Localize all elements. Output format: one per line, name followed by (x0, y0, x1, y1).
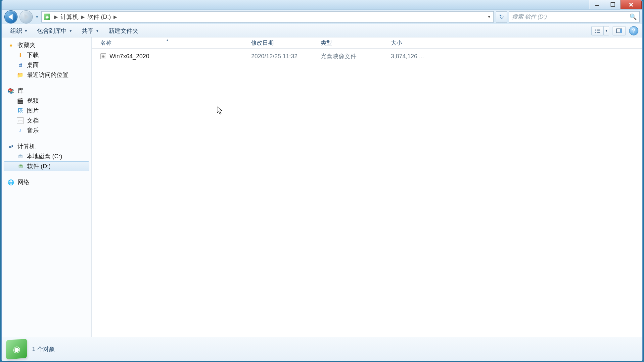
file-rows: ◉ Win7x64_2020 2020/12/25 11:32 光盘映像文件 3… (92, 49, 642, 337)
file-date: 2020/12/25 11:32 (248, 53, 317, 60)
sidebar-downloads[interactable]: ⬇ 下载 (2, 50, 91, 60)
iso-file-icon: ◉ (100, 53, 106, 59)
help-icon: ? (632, 27, 635, 34)
status-bar: ◉ 1 个对象 (2, 337, 642, 361)
music-icon: ♪ (17, 127, 23, 134)
sidebar-recent[interactable]: 📁 最近访问的位置 (2, 70, 91, 80)
chevron-down-icon: ▼ (69, 29, 72, 33)
address-dropdown-button[interactable]: ▾ (485, 12, 493, 22)
computer-icon: 🖳 (8, 143, 14, 150)
column-date[interactable]: 修改日期 (248, 39, 317, 47)
share-label: 共享 (82, 27, 94, 35)
sidebar-drive-c-label: 本地磁盘 (C:) (27, 152, 62, 160)
sidebar-drive-d[interactable]: ⛃ 软件 (D:) (4, 161, 89, 171)
include-label: 包含到库中 (37, 27, 67, 35)
document-icon: ▭ (17, 117, 23, 124)
download-icon: ⬇ (17, 52, 23, 58)
drive-large-icon: ◉ (6, 338, 27, 359)
breadcrumb-separator-icon: ▶ (81, 14, 85, 20)
back-arrow-icon (8, 14, 13, 20)
svg-rect-1 (611, 3, 615, 6)
sidebar-documents-label: 文档 (27, 117, 39, 125)
minimize-button[interactable] (589, 0, 605, 9)
refresh-icon: ↻ (499, 13, 504, 21)
file-size: 3,874,126 ... (388, 53, 434, 60)
chevron-down-icon: ▼ (24, 29, 28, 33)
search-box[interactable]: 🔍 (509, 11, 640, 23)
star-icon: ★ (8, 42, 14, 48)
sidebar-computer-label: 计算机 (18, 142, 35, 150)
organize-label: 组织 (10, 27, 22, 35)
sidebar-videos[interactable]: 🎬 视频 (2, 96, 91, 106)
sidebar-desktop-label: 桌面 (27, 61, 39, 69)
new-folder-button[interactable]: 新建文件夹 (104, 26, 143, 36)
view-mode-dropdown[interactable]: ▾ (603, 26, 609, 35)
recent-icon: 📁 (17, 72, 23, 78)
nav-history-dropdown[interactable]: ▼ (35, 10, 39, 24)
minimize-icon (595, 2, 600, 7)
sidebar-drive-d-label: 软件 (D:) (27, 162, 51, 170)
title-bar (2, 0, 642, 10)
sidebar-network[interactable]: 🌐 网络 (2, 177, 91, 187)
sidebar-pictures[interactable]: 🖼 图片 (2, 106, 91, 116)
address-bar: ▼ ◉ ▶ 计算机 ▶ 软件 (D:) ▶ ▾ ↻ 🔍 (2, 10, 642, 24)
breadcrumb-drive-d[interactable]: 软件 (D:) (87, 13, 111, 21)
include-in-library-menu[interactable]: 包含到库中 ▼ (32, 26, 77, 36)
breadcrumb-computer[interactable]: 计算机 (61, 13, 78, 21)
sidebar-drive-c[interactable]: ⛃ 本地磁盘 (C:) (2, 151, 91, 161)
sidebar-music[interactable]: ♪ 音乐 (2, 126, 91, 135)
column-type[interactable]: 类型 (317, 39, 388, 47)
drive-icon: ⛃ (17, 153, 23, 160)
column-name[interactable]: 名称 ▴ (97, 39, 248, 47)
close-icon (629, 2, 633, 7)
new-folder-label: 新建文件夹 (109, 27, 138, 35)
close-button[interactable] (621, 0, 642, 9)
breadcrumb-separator-icon: ▶ (54, 14, 58, 20)
sidebar-pictures-label: 图片 (27, 107, 39, 115)
back-button[interactable] (4, 10, 18, 24)
view-mode-button[interactable]: ▾ (591, 26, 609, 35)
organize-menu[interactable]: 组织 ▼ (6, 26, 32, 36)
sidebar-downloads-label: 下载 (27, 51, 39, 59)
library-icon: 📚 (8, 87, 14, 94)
file-list-pane: 名称 ▴ 修改日期 类型 大小 ◉ Win7x64_2020 2020/12/2… (92, 37, 642, 337)
preview-pane-button[interactable] (613, 26, 626, 35)
chevron-down-icon: ▼ (96, 29, 99, 33)
share-menu[interactable]: 共享 ▼ (77, 26, 104, 36)
sidebar-recent-label: 最近访问的位置 (27, 71, 69, 79)
view-list-icon (591, 26, 603, 35)
picture-icon: 🖼 (17, 107, 23, 114)
sidebar-music-label: 音乐 (27, 127, 39, 134)
desktop-icon: 🖥 (17, 62, 23, 68)
search-icon: 🔍 (629, 13, 637, 21)
file-name: Win7x64_2020 (110, 53, 149, 60)
network-icon: 🌐 (8, 179, 14, 185)
file-row[interactable]: ◉ Win7x64_2020 2020/12/25 11:32 光盘映像文件 3… (92, 51, 642, 62)
status-text: 1 个对象 (32, 345, 55, 353)
sort-ascending-icon: ▴ (166, 38, 168, 42)
maximize-button[interactable] (605, 0, 621, 9)
sidebar-libraries[interactable]: 📚 库 (2, 86, 91, 96)
refresh-button[interactable]: ↻ (496, 11, 507, 23)
sidebar-documents[interactable]: ▭ 文档 (2, 116, 91, 126)
sidebar-computer[interactable]: 🖳 计算机 (2, 141, 91, 151)
video-icon: 🎬 (17, 97, 23, 104)
column-size[interactable]: 大小 (388, 39, 434, 47)
sidebar-favorites[interactable]: ★ 收藏夹 (2, 40, 91, 50)
search-input[interactable] (512, 14, 628, 20)
sidebar-favorites-label: 收藏夹 (18, 41, 35, 49)
svg-rect-11 (620, 29, 622, 33)
svg-rect-0 (595, 5, 599, 6)
preview-pane-icon (616, 28, 622, 33)
drive-icon: ◉ (44, 14, 50, 20)
sidebar-libraries-label: 库 (18, 87, 23, 95)
sidebar-videos-label: 视频 (27, 97, 39, 105)
sidebar-network-label: 网络 (18, 178, 29, 186)
forward-arrow-icon (24, 14, 29, 20)
help-button[interactable]: ? (629, 26, 638, 35)
column-headers: 名称 ▴ 修改日期 类型 大小 (92, 37, 642, 49)
forward-button[interactable] (20, 10, 33, 24)
breadcrumb-bar[interactable]: ◉ ▶ 计算机 ▶ 软件 (D:) ▶ ▾ (41, 11, 494, 23)
explorer-window: ▼ ◉ ▶ 计算机 ▶ 软件 (D:) ▶ ▾ ↻ 🔍 组织 ▼ 包含到库中 ▼ (1, 0, 643, 361)
sidebar-desktop[interactable]: 🖥 桌面 (2, 60, 91, 70)
